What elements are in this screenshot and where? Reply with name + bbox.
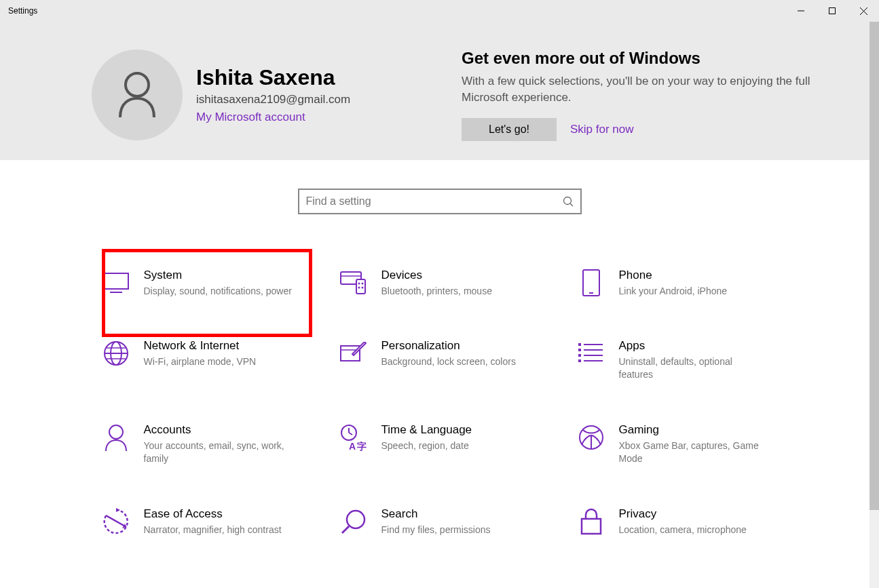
category-title: Network & Internet <box>144 339 257 353</box>
window-controls <box>785 0 879 22</box>
system-icon <box>102 269 130 297</box>
apps-icon <box>577 339 605 368</box>
category-title: Time & Language <box>381 423 472 437</box>
avatar[interactable] <box>92 50 183 140</box>
category-desc: Bluetooth, printers, mouse <box>381 285 492 298</box>
category-time[interactable]: A 字 Time & Language Speech, region, date <box>331 423 548 465</box>
svg-text:字: 字 <box>357 441 367 451</box>
category-title: Ease of Access <box>144 507 282 521</box>
svg-rect-1 <box>829 8 836 14</box>
promo-text: With a few quick selections, you'll be o… <box>462 73 828 106</box>
minimize-button[interactable] <box>785 0 817 22</box>
window-title: Settings <box>8 6 37 16</box>
svg-rect-31 <box>578 359 581 362</box>
search-box[interactable] <box>298 189 582 214</box>
svg-rect-26 <box>584 344 603 345</box>
svg-rect-7 <box>104 273 128 289</box>
search-container <box>0 189 879 214</box>
lock-icon <box>577 507 605 536</box>
category-desc: Link your Android, iPhone <box>619 285 728 298</box>
category-desc: Narrator, magnifier, high contrast <box>144 524 282 536</box>
lets-go-button[interactable]: Let's go! <box>462 118 557 141</box>
svg-marker-40 <box>116 508 120 512</box>
category-desc: Wi-Fi, airplane mode, VPN <box>144 355 257 368</box>
gaming-icon <box>577 423 605 452</box>
category-desc: Background, lock screen, colors <box>381 355 516 368</box>
accounts-icon <box>102 423 130 452</box>
category-apps[interactable]: Apps Uninstall, defaults, optional featu… <box>569 339 786 381</box>
category-desc: Xbox Game Bar, captures, Game Mode <box>619 439 768 465</box>
profile-block: Ishita Saxena ishitasaxena2109@gmail.com… <box>0 49 441 141</box>
svg-point-15 <box>361 286 363 288</box>
skip-link[interactable]: Skip for now <box>570 123 634 136</box>
category-desc: Location, camera, microphone <box>619 524 747 536</box>
profile-email: ishitasaxena2109@gmail.com <box>196 93 350 106</box>
category-title: System <box>144 269 292 282</box>
category-desc: Uninstall, defaults, optional features <box>619 355 768 381</box>
promo-title: Get even more out of Windows <box>462 49 828 68</box>
scrollbar-thumb[interactable] <box>869 22 879 510</box>
category-title: Gaming <box>619 423 768 437</box>
svg-rect-29 <box>578 354 581 357</box>
scrollbar[interactable] <box>869 22 879 588</box>
svg-line-6 <box>570 203 573 206</box>
svg-rect-16 <box>583 270 599 296</box>
time-language-icon: A 字 <box>339 423 368 452</box>
category-title: Phone <box>619 269 728 282</box>
category-title: Search <box>381 507 491 521</box>
svg-line-41 <box>106 515 126 527</box>
maximize-button[interactable] <box>817 0 848 22</box>
svg-rect-27 <box>578 349 581 351</box>
svg-point-12 <box>358 282 360 284</box>
category-devices[interactable]: Devices Bluetooth, printers, mouse <box>331 269 548 298</box>
svg-text:A: A <box>349 441 356 451</box>
category-network[interactable]: Network & Internet Wi-Fi, airplane mode,… <box>94 339 311 381</box>
category-desc: Find my files, permissions <box>381 524 491 536</box>
svg-rect-23 <box>341 346 360 361</box>
svg-point-43 <box>347 511 364 528</box>
svg-point-13 <box>361 282 363 284</box>
category-search[interactable]: Search Find my files, permissions <box>331 507 548 536</box>
category-ease[interactable]: Ease of Access Narrator, magnifier, high… <box>94 507 311 536</box>
search-input[interactable] <box>306 195 563 208</box>
svg-rect-32 <box>584 360 603 361</box>
category-privacy[interactable]: Privacy Location, camera, microphone <box>569 507 786 536</box>
categories-grid: System Display, sound, notifications, po… <box>94 269 786 536</box>
category-personalization[interactable]: Personalization Background, lock screen,… <box>331 339 548 381</box>
category-title: Accounts <box>144 423 293 437</box>
avatar-icon <box>116 71 158 119</box>
category-title: Privacy <box>619 507 747 521</box>
titlebar: Settings <box>0 0 879 22</box>
category-desc: Speech, region, date <box>381 439 472 452</box>
category-title: Devices <box>381 269 492 282</box>
category-accounts[interactable]: Accounts Your accounts, email, sync, wor… <box>94 423 311 465</box>
phone-icon <box>577 269 605 297</box>
ms-account-link[interactable]: My Microsoft account <box>196 111 305 124</box>
category-gaming[interactable]: Gaming Xbox Game Bar, captures, Game Mod… <box>569 423 786 465</box>
svg-line-36 <box>349 433 352 435</box>
svg-line-44 <box>342 526 349 533</box>
category-desc: Your accounts, email, sync, work, family <box>144 439 293 465</box>
svg-rect-11 <box>356 279 365 294</box>
svg-rect-45 <box>582 519 601 534</box>
search-icon <box>563 196 574 207</box>
header-panel: Ishita Saxena ishitasaxena2109@gmail.com… <box>0 22 879 160</box>
svg-rect-30 <box>584 355 603 356</box>
category-desc: Display, sound, notifications, power <box>144 285 292 298</box>
ease-icon <box>102 507 130 536</box>
category-title: Apps <box>619 339 768 353</box>
close-button[interactable] <box>848 0 879 22</box>
svg-rect-25 <box>578 343 581 346</box>
promo-block: Get even more out of Windows With a few … <box>441 49 869 141</box>
devices-icon <box>339 269 368 297</box>
svg-point-33 <box>109 425 123 439</box>
globe-icon <box>102 339 130 368</box>
magnifier-icon <box>339 507 368 536</box>
svg-rect-28 <box>584 349 603 351</box>
category-phone[interactable]: Phone Link your Android, iPhone <box>569 269 786 298</box>
category-title: Personalization <box>381 339 516 353</box>
svg-point-4 <box>126 73 149 96</box>
svg-point-5 <box>563 197 571 204</box>
category-system[interactable]: System Display, sound, notifications, po… <box>94 269 311 298</box>
personalization-icon <box>339 339 368 368</box>
